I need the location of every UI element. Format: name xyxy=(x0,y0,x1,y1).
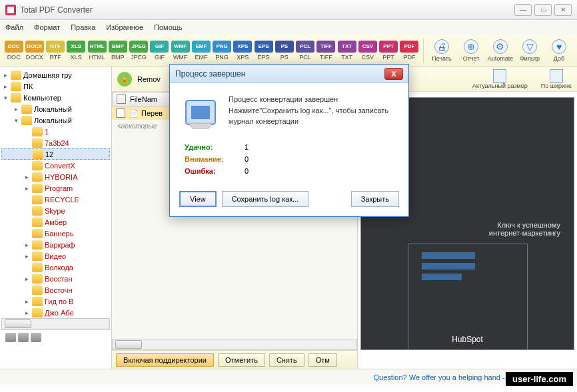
svg-rect-3 xyxy=(191,106,210,119)
format-bmp[interactable]: BMPBMP xyxy=(108,41,127,61)
menu-file[interactable]: Файл xyxy=(5,23,23,31)
folder-tree[interactable]: ▸Домашняя гру▸ПК▾Компьютер▸Локальный▾Лок… xyxy=(0,67,112,369)
dialog-titlebar[interactable]: Процесс завершен X xyxy=(170,65,408,83)
tool-Печать[interactable]: 🖨Печать xyxy=(428,39,456,62)
tool-Доб[interactable]: ♥Доб xyxy=(545,39,573,62)
tree-item[interactable]: Восточн xyxy=(1,284,110,295)
format-emf[interactable]: EMFEMF xyxy=(191,41,211,61)
unlock-icon[interactable]: 🔓 xyxy=(117,72,132,87)
tree-item[interactable]: ▸Видео xyxy=(1,250,110,262)
view-button[interactable]: View xyxy=(179,191,217,207)
file-scrollbar[interactable] xyxy=(112,339,357,350)
tree-item[interactable]: ▸HYBORIA xyxy=(1,171,110,182)
minimize-button[interactable]: — xyxy=(514,4,532,16)
file-checkbox[interactable] xyxy=(116,108,125,118)
dialog-title: Процесс завершен xyxy=(175,69,245,79)
format-ppt[interactable]: PPTPPT xyxy=(379,41,398,61)
format-ps[interactable]: PSPS xyxy=(275,41,294,61)
maximize-button[interactable]: ▭ xyxy=(534,4,552,16)
format-eps[interactable]: EPSEPS xyxy=(254,41,273,61)
format-docx[interactable]: DOCXDOCX xyxy=(25,41,44,61)
tree-item[interactable]: 7a3b24 xyxy=(1,137,110,148)
window-titlebar: Total PDF Converter — ▭ ✕ xyxy=(0,0,577,20)
tree-item[interactable]: ▸Program xyxy=(1,182,110,194)
include-subdirs-button[interactable]: Включая поддиректории xyxy=(116,353,214,367)
column-filename[interactable]: FileNam xyxy=(130,95,157,103)
tree-item[interactable]: Баннерь xyxy=(1,228,110,239)
format-html[interactable]: HTMLHTML xyxy=(87,41,107,61)
device-illustration xyxy=(408,244,528,350)
format-gif[interactable]: GIFGIF xyxy=(150,41,169,61)
pdf-icon: 📄 xyxy=(129,109,139,118)
format-txt[interactable]: TXTTXT xyxy=(337,41,356,61)
select-all-checkbox[interactable] xyxy=(117,95,126,104)
menu-bar: Файл Формат Правка Избранное Помощь xyxy=(0,20,577,35)
menu-edit[interactable]: Правка xyxy=(71,23,95,31)
completion-dialog: Процесс завершен X Процесс конвертации з… xyxy=(169,64,409,217)
cancel-sel-button[interactable]: Отм xyxy=(308,353,337,367)
tree-item[interactable]: Skype xyxy=(1,205,110,216)
watermark: user-life.com xyxy=(506,372,573,386)
tree-item[interactable]: ▸Джо Абе xyxy=(1,307,110,318)
format-tiff[interactable]: TIFFTIFF xyxy=(316,41,336,61)
format-rtf[interactable]: RTFRTF xyxy=(46,41,65,61)
tool-Отчет[interactable]: ⊕Отчет xyxy=(457,39,485,62)
file-name: Перев xyxy=(141,109,163,117)
tree-item[interactable]: ConvertX xyxy=(1,160,110,171)
tree-scrollbar[interactable] xyxy=(1,318,110,329)
format-csv[interactable]: CSVCSV xyxy=(358,41,377,61)
fit-width-button[interactable]: По ширине xyxy=(541,69,572,89)
save-log-button[interactable]: Сохранить log как... xyxy=(222,191,309,207)
close-button[interactable]: Закрыть xyxy=(351,191,399,207)
dialog-close-button[interactable]: X xyxy=(384,68,403,80)
format-toolbar: DOCDOCDOCXDOCXRTFRTFXLSXLSHTMLHTMLBMPBMP… xyxy=(0,35,577,67)
remove-label[interactable]: Remov xyxy=(137,75,161,83)
tree-item[interactable]: ▸ПК xyxy=(1,81,110,92)
tree-item[interactable]: ▾Компьютер xyxy=(1,92,110,103)
window-title: Total PDF Converter xyxy=(20,5,93,15)
check-button[interactable]: Отметить xyxy=(218,353,265,367)
hubspot-logo: HubSpot xyxy=(361,335,574,344)
convert-icon xyxy=(182,94,219,131)
format-xps[interactable]: XPSXPS xyxy=(233,41,253,61)
format-jpeg[interactable]: JPEGJPEG xyxy=(129,41,149,61)
app-icon xyxy=(5,5,16,15)
dialog-message-1: Процесс конвертации завершен xyxy=(229,94,396,105)
format-pdf[interactable]: PDFPDF xyxy=(400,41,419,61)
menu-help[interactable]: Помощь xyxy=(154,23,183,31)
tree-item[interactable]: ▸Восстан xyxy=(1,273,110,284)
svg-rect-1 xyxy=(7,7,14,13)
tree-item[interactable]: RECYCLE xyxy=(1,194,110,205)
tree-item[interactable]: ▾Локальный xyxy=(1,114,110,126)
tree-item[interactable]: ▸Домашняя гру xyxy=(1,69,110,81)
tree-item[interactable]: ▸Локальный xyxy=(1,103,110,114)
format-xls[interactable]: XLSXLS xyxy=(67,41,86,61)
close-window-button[interactable]: ✕ xyxy=(554,4,572,16)
menu-format[interactable]: Формат xyxy=(34,23,60,31)
tool-Automate[interactable]: ⚙Automate xyxy=(486,39,514,62)
help-text: Question? We offer you a helping hand - xyxy=(374,373,505,381)
dialog-message-2: Нажмите"Сохранить log как...", чтобы зап… xyxy=(229,105,396,127)
menu-favorites[interactable]: Избранное xyxy=(106,23,143,31)
tool-Фильтр[interactable]: ▽Фильтр xyxy=(516,39,544,62)
tree-item[interactable]: ▸Гид по В xyxy=(1,295,110,307)
format-png[interactable]: PNGPNG xyxy=(213,41,232,61)
status-bar: Question? We offer you a helping hand - … xyxy=(0,369,577,385)
tree-item[interactable]: 12 xyxy=(1,148,110,160)
selection-bar: Включая поддиректории Отметить Снять Отм xyxy=(112,350,357,369)
tree-item[interactable]: Амбер xyxy=(1,216,110,228)
format-pcl[interactable]: PCLPCL xyxy=(296,41,315,61)
uncheck-button[interactable]: Снять xyxy=(269,353,304,367)
tree-item[interactable]: ▸Варкраф xyxy=(1,239,110,250)
actual-size-button[interactable]: Актуальный размер xyxy=(472,69,528,89)
conversion-stats: Удачно:1 Внимание:0 Ошибка:0 xyxy=(185,143,396,175)
format-doc[interactable]: DOCDOC xyxy=(4,41,23,61)
format-wmf[interactable]: WMFWMF xyxy=(171,41,190,61)
tree-item[interactable]: 1 xyxy=(1,126,110,137)
tree-view-icons[interactable] xyxy=(1,329,110,345)
tree-item[interactable]: Волкода xyxy=(1,262,110,273)
